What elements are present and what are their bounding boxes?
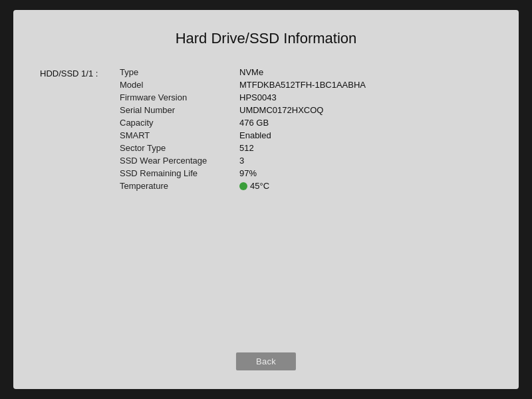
info-key: Model xyxy=(120,80,239,90)
info-key: Capacity xyxy=(120,118,239,128)
info-value: MTFDKBA512TFH-1BC1AABHA xyxy=(239,80,492,90)
page-title: Hard Drive/SSD Information xyxy=(176,30,357,47)
info-value: Enabled xyxy=(239,130,492,140)
info-key: Type xyxy=(120,67,239,77)
info-value: UMDMC0172HXCOQ xyxy=(239,105,492,115)
info-value: NVMe xyxy=(239,67,492,77)
info-section: HDD/SSD 1/1 : TypeNVMeModelMTFDKBA512TFH… xyxy=(40,67,492,192)
info-key: Temperature xyxy=(120,181,239,192)
info-key: Serial Number xyxy=(120,105,239,115)
info-value: 3 xyxy=(239,156,492,166)
info-key: SMART xyxy=(120,130,239,140)
info-key: SSD Remaining Life xyxy=(120,168,239,178)
info-key: SSD Wear Percentage xyxy=(120,156,239,166)
info-key: Firmware Version xyxy=(120,92,239,102)
back-button[interactable]: Back xyxy=(236,352,296,370)
info-value: 476 GB xyxy=(239,118,492,128)
drive-label: HDD/SSD 1/1 : xyxy=(40,67,120,78)
info-value: HPS0043 xyxy=(239,92,492,102)
info-value: 512 xyxy=(239,143,492,153)
info-value: 97% xyxy=(239,168,492,178)
info-key: Sector Type xyxy=(120,143,239,153)
info-table: TypeNVMeModelMTFDKBA512TFH-1BC1AABHAFirm… xyxy=(120,67,492,192)
screen: Hard Drive/SSD Information HDD/SSD 1/1 :… xyxy=(13,10,519,389)
info-value: 45°C xyxy=(239,181,492,192)
temperature-status-icon xyxy=(239,182,247,190)
